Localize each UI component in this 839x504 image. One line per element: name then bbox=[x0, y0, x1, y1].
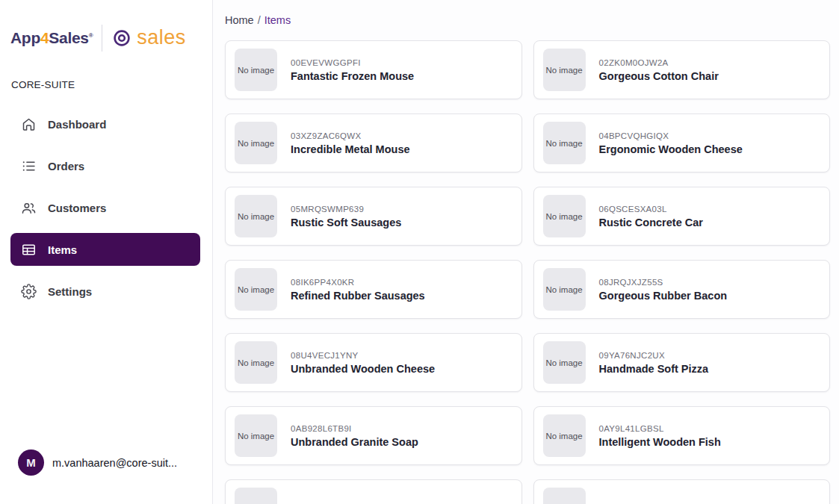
item-card[interactable]: No image 0AY9L41LGBSLIntelligent Wooden … bbox=[533, 406, 831, 465]
target-icon bbox=[112, 28, 131, 48]
sidebar-item-label: Customers bbox=[48, 202, 106, 214]
sidebar-nav: Dashboard Orders bbox=[0, 108, 212, 317]
no-image-placeholder: No image bbox=[543, 268, 586, 311]
item-name: Incredible Metal Mouse bbox=[291, 143, 410, 155]
list-icon bbox=[21, 158, 37, 174]
item-card[interactable]: No image 03XZ9ZAC6QWXIncredible Metal Mo… bbox=[225, 113, 522, 172]
item-card[interactable]: No image 08IK6PP4X0KRRefined Rubber Saus… bbox=[225, 260, 522, 319]
people-icon bbox=[21, 200, 37, 216]
no-image-placeholder: No image bbox=[235, 488, 277, 504]
no-image-placeholder: No image bbox=[543, 49, 586, 91]
sidebar-item-label: Items bbox=[48, 243, 77, 256]
item-id: 0AB928L6TB9I bbox=[291, 424, 418, 433]
items-grid: No image 00EVEVWGGPFIFantastic Frozen Mo… bbox=[225, 40, 830, 504]
item-id: 00EVEVWGGPFI bbox=[291, 58, 414, 67]
main-content: Home/Items No image 00EVEVWGGPFIFantasti… bbox=[213, 0, 839, 504]
item-card[interactable]: No image 08JRQJXJZ55SGorgeous Rubber Bac… bbox=[533, 260, 831, 319]
item-id: 02ZK0M0OJW2A bbox=[599, 58, 719, 67]
item-name: Rustic Soft Sausages bbox=[291, 217, 401, 228]
item-card[interactable]: No image 0AB928L6TB9IUnbranded Granite S… bbox=[225, 406, 522, 465]
item-card[interactable]: No image 0DQKJEG65YZI bbox=[225, 479, 522, 504]
sidebar-item-customers[interactable]: Customers bbox=[10, 191, 200, 224]
sidebar-item-dashboard[interactable]: Dashboard bbox=[10, 108, 200, 140]
item-name: Gorgeous Rubber Bacon bbox=[599, 290, 728, 302]
no-image-placeholder: No image bbox=[543, 488, 586, 504]
breadcrumb: Home/Items bbox=[225, 14, 830, 26]
no-image-placeholder: No image bbox=[543, 414, 586, 457]
item-card[interactable]: No image 08U4VECJ1YNYUnbranded Wooden Ch… bbox=[225, 333, 522, 392]
table-icon bbox=[21, 242, 37, 258]
item-id: 08JRQJXJZ55S bbox=[599, 278, 728, 287]
breadcrumb-current[interactable]: Items bbox=[264, 14, 291, 26]
avatar: M bbox=[18, 449, 44, 476]
product-name: sales bbox=[137, 28, 186, 49]
sidebar-item-settings[interactable]: Settings bbox=[10, 275, 200, 308]
item-card[interactable]: No image 09YA76NJC2UXHandmade Soft Pizza bbox=[533, 333, 831, 392]
breadcrumb-separator: / bbox=[258, 14, 261, 26]
no-image-placeholder: No image bbox=[543, 122, 586, 164]
item-name: Rustic Concrete Car bbox=[599, 217, 703, 228]
app-logo: App4Sales® sales bbox=[0, 0, 212, 52]
app4sales-wordmark: App4Sales® bbox=[10, 29, 93, 47]
no-image-placeholder: No image bbox=[235, 268, 277, 311]
item-name: Unbranded Granite Soap bbox=[291, 436, 418, 448]
sidebar: App4Sales® sales CORE-SUITE Dashboard bbox=[0, 0, 213, 504]
breadcrumb-home-link[interactable]: Home bbox=[225, 14, 254, 26]
user-email: m.vanhaaren@core-suit... bbox=[52, 457, 177, 469]
item-card[interactable]: No image 0G2MABUM08QJ bbox=[533, 479, 831, 504]
item-card[interactable]: No image 00EVEVWGGPFIFantastic Frozen Mo… bbox=[225, 40, 522, 99]
sidebar-item-label: Settings bbox=[48, 285, 92, 298]
gear-icon bbox=[21, 284, 37, 299]
no-image-placeholder: No image bbox=[235, 341, 277, 384]
sidebar-item-items[interactable]: Items bbox=[10, 233, 200, 266]
item-id: 05MRQSWMP639 bbox=[291, 205, 401, 214]
item-name: Handmade Soft Pizza bbox=[599, 363, 709, 375]
item-name: Unbranded Wooden Cheese bbox=[291, 363, 435, 375]
item-id: 08U4VECJ1YNY bbox=[291, 351, 435, 360]
no-image-placeholder: No image bbox=[235, 49, 277, 91]
no-image-placeholder: No image bbox=[543, 195, 586, 237]
workspace-label: CORE-SUITE bbox=[11, 79, 212, 90]
item-id: 08IK6PP4X0KR bbox=[291, 278, 425, 287]
home-icon bbox=[21, 116, 37, 132]
sidebar-item-label: Orders bbox=[48, 160, 84, 172]
logo-divider bbox=[102, 25, 102, 52]
item-card[interactable]: No image 05MRQSWMP639Rustic Soft Sausage… bbox=[225, 187, 522, 246]
no-image-placeholder: No image bbox=[235, 122, 277, 164]
item-id: 03XZ9ZAC6QWX bbox=[291, 131, 410, 140]
user-account[interactable]: M m.vanhaaren@core-suit... bbox=[0, 449, 212, 504]
item-name: Ergonomic Wooden Cheese bbox=[599, 143, 743, 155]
item-name: Gorgeous Cotton Chair bbox=[599, 70, 719, 82]
item-id: 06QSCESXA03L bbox=[599, 205, 703, 214]
item-name: Intelligent Wooden Fish bbox=[599, 436, 721, 448]
sidebar-item-orders[interactable]: Orders bbox=[10, 149, 200, 182]
item-card[interactable]: No image 06QSCESXA03LRustic Concrete Car bbox=[533, 187, 831, 246]
item-card[interactable]: No image 04BPCVQHGIQXErgonomic Wooden Ch… bbox=[533, 113, 831, 172]
item-id: 04BPCVQHGIQX bbox=[599, 131, 743, 140]
item-id: 0AY9L41LGBSL bbox=[599, 424, 721, 433]
item-card[interactable]: No image 02ZK0M0OJW2AGorgeous Cotton Cha… bbox=[533, 40, 831, 99]
sidebar-item-label: Dashboard bbox=[48, 118, 106, 131]
no-image-placeholder: No image bbox=[235, 414, 277, 457]
item-id: 09YA76NJC2UX bbox=[599, 351, 709, 360]
no-image-placeholder: No image bbox=[543, 341, 586, 384]
item-name: Fantastic Frozen Mouse bbox=[291, 70, 414, 82]
item-name: Refined Rubber Sausages bbox=[291, 290, 425, 302]
no-image-placeholder: No image bbox=[235, 195, 277, 237]
